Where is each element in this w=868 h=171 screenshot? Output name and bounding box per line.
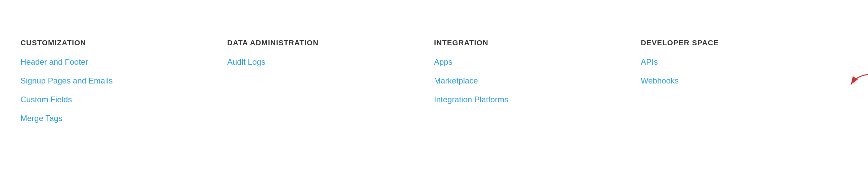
developer-space-header: DEVELOPER SPACE	[641, 39, 847, 47]
data-administration-column: DATA ADMINISTRATION Audit Logs	[227, 39, 434, 132]
arrow-annotation-icon	[847, 73, 868, 90]
merge-tags-link[interactable]: Merge Tags	[21, 114, 227, 123]
custom-fields-link[interactable]: Custom Fields	[21, 95, 227, 104]
header-footer-link[interactable]: Header and Footer	[21, 57, 227, 67]
customization-column: CUSTOMIZATION Header and Footer Signup P…	[21, 39, 227, 132]
customization-header: CUSTOMIZATION	[21, 39, 227, 47]
webhooks-container: Webhooks	[641, 76, 847, 95]
webhooks-link[interactable]: Webhooks	[641, 76, 847, 86]
developer-space-column: DEVELOPER SPACE APIs Webhooks	[641, 39, 847, 132]
integration-platforms-link[interactable]: Integration Platforms	[434, 95, 641, 104]
apps-link[interactable]: Apps	[434, 57, 641, 67]
integration-header: INTEGRATION	[434, 39, 641, 47]
integration-column: INTEGRATION Apps Marketplace Integration…	[434, 39, 641, 132]
data-administration-header: DATA ADMINISTRATION	[227, 39, 434, 47]
navigation-menu: CUSTOMIZATION Header and Footer Signup P…	[0, 25, 868, 146]
signup-pages-link[interactable]: Signup Pages and Emails	[21, 76, 227, 86]
audit-logs-link[interactable]: Audit Logs	[227, 57, 434, 67]
marketplace-link[interactable]: Marketplace	[434, 76, 641, 86]
apis-link[interactable]: APIs	[641, 57, 847, 67]
